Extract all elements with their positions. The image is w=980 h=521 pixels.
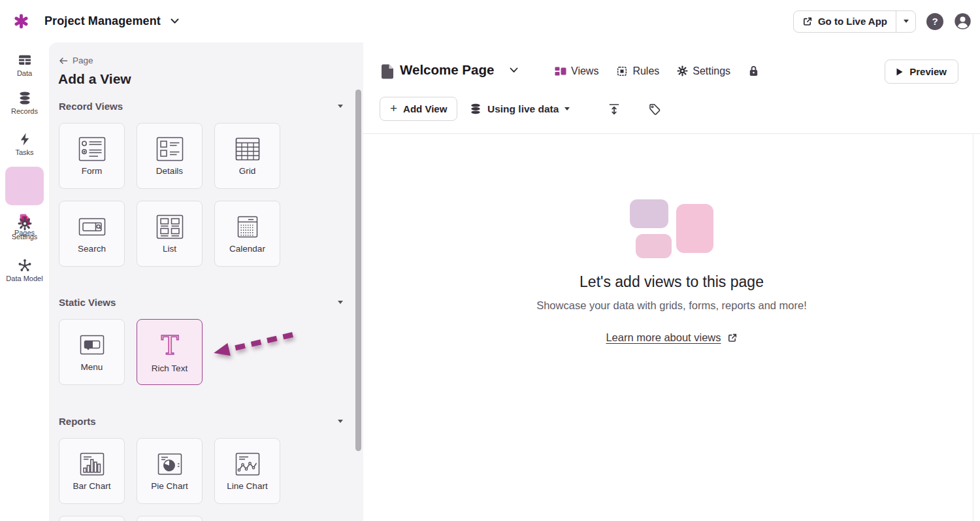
collapse-caret-icon — [338, 420, 343, 423]
section-header-record-views[interactable]: Record Views — [59, 101, 343, 112]
view-tile-calendar[interactable]: Calendar — [214, 201, 280, 267]
rules-chip-icon — [616, 65, 628, 77]
tile-label: Pie Chart — [151, 481, 188, 491]
view-tile-search[interactable]: Search — [59, 201, 125, 267]
go-to-live-app-button[interactable]: Go to Live App — [794, 11, 896, 32]
learn-more-link[interactable]: Learn more about views — [606, 331, 737, 344]
tag-button[interactable] — [647, 101, 662, 117]
page-tabs: Views Rules — [555, 65, 759, 77]
view-tile-partial[interactable] — [137, 516, 203, 521]
pie-chart-icon — [154, 451, 186, 477]
rail-item-records[interactable]: Records — [0, 91, 49, 115]
empty-state: Let's add views to this page Showcase yo… — [363, 199, 980, 344]
tab-rules[interactable]: Rules — [616, 65, 659, 77]
tile-label: Grid — [239, 166, 256, 176]
add-view-button[interactable]: + Add View — [380, 97, 457, 121]
data-source-dropdown[interactable]: Using live data — [470, 97, 570, 121]
tag-icon — [648, 103, 661, 116]
top-bar: Project Management Go to Live App — [0, 0, 980, 42]
app-window: Project Management Go to Live App — [0, 0, 980, 521]
rail-label: Data Model — [0, 275, 49, 282]
go-to-live-app-split-button: Go to Live App — [793, 10, 916, 33]
view-tile-form[interactable]: Form — [59, 123, 125, 189]
rail-label: Settings — [0, 233, 49, 241]
search-view-icon — [76, 214, 108, 240]
tab-settings[interactable]: Settings — [677, 65, 730, 77]
external-link-icon — [727, 333, 738, 343]
view-tile-bar-chart[interactable]: Bar Chart — [59, 438, 125, 504]
tile-label: Line Chart — [227, 481, 267, 491]
view-tile-list[interactable]: List — [137, 201, 203, 267]
tile-label: List — [163, 244, 176, 254]
panel-scrollbar-thumb[interactable] — [355, 90, 361, 451]
vertical-height-icon — [608, 103, 621, 116]
view-tile-rich-text[interactable]: T Rich Text — [137, 319, 203, 385]
view-tile-pie-chart[interactable]: Pie Chart — [137, 438, 203, 504]
data-model-icon — [18, 258, 32, 273]
page-title: Welcome Page — [400, 62, 494, 78]
view-tile-line-chart[interactable]: Line Chart — [214, 438, 280, 504]
back-to-page-link[interactable]: Page — [59, 56, 93, 65]
tile-label: Rich Text — [152, 363, 188, 373]
add-view-panel: Page Add a View Record Views — [49, 42, 363, 521]
tasks-lightning-icon — [18, 132, 32, 146]
learn-more-label: Learn more about views — [606, 331, 721, 344]
static-views-grid: Menu T Rich Text — [59, 319, 284, 385]
empty-state-subtitle: Showcase your data with grids, forms, re… — [536, 299, 807, 312]
tab-label: Views — [571, 65, 598, 77]
tile-label: Calendar — [229, 244, 265, 254]
rail-item-data[interactable]: Data — [0, 53, 49, 77]
view-tile-partial[interactable] — [59, 516, 125, 521]
collapse-caret-icon — [338, 301, 343, 304]
rail-item-tasks[interactable]: Tasks — [0, 132, 49, 156]
back-link-label: Page — [73, 56, 93, 65]
add-view-label: Add View — [403, 103, 447, 114]
topbar-actions: Go to Live App ? — [793, 0, 972, 42]
rail-active-highlight — [5, 167, 44, 205]
tab-label: Rules — [632, 65, 659, 77]
app-title: Project Management — [44, 14, 161, 28]
view-tile-grid[interactable]: Grid — [214, 123, 280, 189]
tile-label: Bar Chart — [73, 481, 111, 491]
views-toolbar: + Add View Using live data — [363, 97, 980, 122]
rail-label: Data — [0, 69, 49, 77]
lock-icon[interactable] — [748, 65, 759, 77]
chevron-down-icon — [171, 18, 179, 24]
data-source-label: Using live data — [487, 103, 559, 115]
section-header-static-views[interactable]: Static Views — [59, 297, 343, 308]
help-button[interactable]: ? — [926, 13, 943, 30]
go-to-live-app-label: Go to Live App — [818, 16, 887, 27]
plus-icon: + — [390, 102, 397, 114]
tab-views[interactable]: Views — [555, 65, 598, 77]
row-height-button[interactable] — [606, 101, 622, 117]
tile-label: Details — [156, 166, 183, 176]
settings-gear-icon — [677, 65, 688, 76]
preview-button[interactable]: Preview — [885, 59, 958, 84]
view-tile-menu[interactable]: Menu — [59, 319, 125, 385]
view-tile-details[interactable]: Details — [137, 123, 203, 189]
caret-down-icon — [564, 107, 570, 110]
section-header-reports[interactable]: Reports — [59, 416, 343, 427]
left-nav-rail: Data Records Tasks Pages — [0, 42, 49, 521]
main-content: Welcome Page Views — [363, 42, 980, 521]
user-avatar[interactable] — [954, 12, 972, 30]
rail-label: Records — [0, 107, 49, 115]
tile-label: Search — [78, 244, 106, 254]
calendar-icon — [232, 214, 263, 240]
chevron-down-icon — [510, 67, 518, 73]
svg-text:T: T — [161, 331, 178, 360]
tile-label: Form — [82, 166, 103, 176]
go-to-live-app-caret[interactable] — [896, 11, 915, 32]
toolbar-divider — [363, 133, 980, 134]
page-title-dropdown[interactable]: Welcome Page — [400, 62, 518, 78]
list-icon — [154, 214, 186, 240]
app-switcher[interactable]: Project Management — [44, 0, 179, 42]
play-icon — [896, 68, 903, 76]
bar-chart-icon — [76, 451, 108, 477]
rail-item-data-model[interactable]: Data Model — [0, 258, 49, 282]
caret-down-icon — [904, 20, 909, 23]
empty-state-shapes — [630, 199, 713, 258]
panel-title: Add a View — [58, 71, 131, 87]
page-header: Welcome Page Views — [363, 42, 980, 88]
external-link-icon — [802, 16, 813, 27]
